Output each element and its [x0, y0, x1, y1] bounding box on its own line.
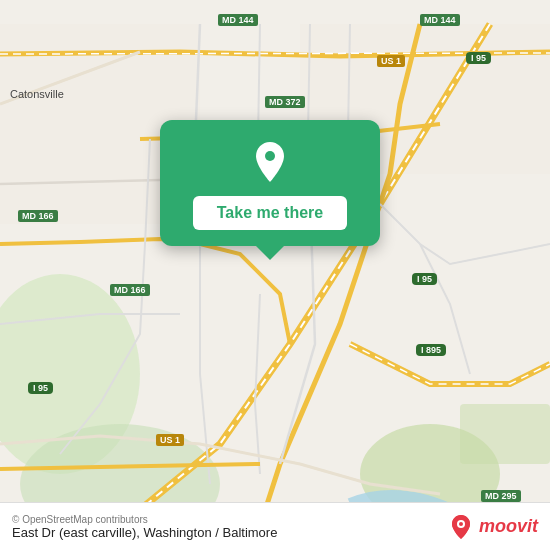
road-label-i95-top: I 95 — [466, 52, 491, 64]
road-label-us1-bottom: US 1 — [156, 434, 184, 446]
svg-rect-3 — [460, 404, 550, 464]
svg-point-7 — [265, 151, 275, 161]
location-name: East Dr (east carville), Washington / Ba… — [12, 525, 277, 540]
road-label-i95-left: I 95 — [28, 382, 53, 394]
moovit-pin-icon — [447, 513, 475, 541]
svg-point-9 — [459, 522, 463, 526]
road-label-md295: MD 295 — [481, 490, 521, 502]
road-label-md372: MD 372 — [265, 96, 305, 108]
road-label-us1-top: US 1 — [377, 55, 405, 67]
location-pin-icon — [246, 138, 294, 186]
moovit-brand-text: moovit — [479, 516, 538, 537]
road-label-md144-left: MD 144 — [218, 14, 258, 26]
road-label-md144-right: MD 144 — [420, 14, 460, 26]
map-roads — [0, 0, 550, 550]
moovit-logo: moovit — [447, 513, 538, 541]
take-me-there-button[interactable]: Take me there — [193, 196, 347, 230]
popup-card: Take me there — [160, 120, 380, 246]
osm-attribution: © OpenStreetMap contributors — [12, 514, 277, 525]
map-container: MD 144 MD 144 US 1 I 95 MD 372 I 95 I 89… — [0, 0, 550, 550]
bottom-info: © OpenStreetMap contributors East Dr (ea… — [12, 514, 277, 540]
road-label-i895: I 895 — [416, 344, 446, 356]
road-label-md166-bottom: MD 166 — [110, 284, 150, 296]
bottom-bar: © OpenStreetMap contributors East Dr (ea… — [0, 502, 550, 550]
road-label-i95-mid: I 95 — [412, 273, 437, 285]
catonsville-label: Catonsville — [10, 88, 64, 100]
road-label-md166-left: MD 166 — [18, 210, 58, 222]
